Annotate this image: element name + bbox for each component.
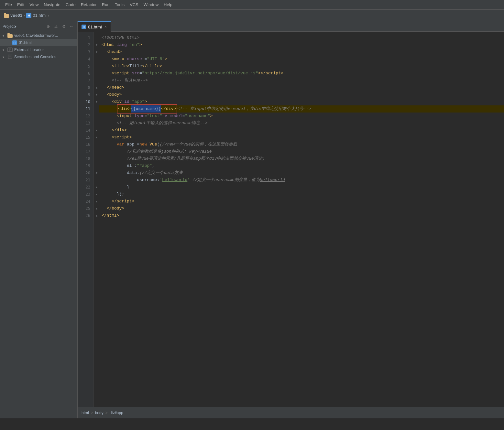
fold-column: ▾ ▾ ▴ ▾ ▾ ▴ ▾ ▾ ▴ ▴: [94, 32, 99, 407]
ext-libs-label: External Libraries: [14, 48, 44, 52]
fold-10[interactable]: ▾: [94, 98, 99, 105]
fold-20[interactable]: ▾: [94, 169, 99, 177]
sidebar-item-scratches[interactable]: ▾ Scratches and Consoles: [0, 53, 77, 60]
tab-01html[interactable]: H 01.html ×: [78, 21, 111, 32]
scratch-icon: [7, 54, 13, 59]
code-text-21b: username:: [137, 177, 159, 184]
code-editor[interactable]: 1 2 3 4 5 6 7 8 9 10 11 12 13 14 15 16 1…: [78, 32, 504, 407]
ln-22: 22: [78, 184, 93, 191]
ln-1: 1: [78, 34, 93, 41]
code-text-16b: var: [117, 141, 124, 148]
sidebar-item-01html[interactable]: H 01.html: [0, 39, 77, 46]
sync-icon[interactable]: ⊕: [45, 23, 51, 30]
menu-run[interactable]: Run: [99, 0, 112, 10]
menu-vcs[interactable]: VCS: [127, 0, 141, 10]
tree-arrow-ext: ▾: [3, 48, 7, 52]
code-text-10a: [102, 98, 112, 105]
folder-icon-vue01: [7, 33, 13, 38]
code-text-5a: [102, 63, 112, 70]
code-line-6: <script src = "https://cdn.jsdelivr.net/…: [99, 70, 504, 77]
code-text-11d: </div>: [161, 105, 176, 113]
menu-window[interactable]: Window: [141, 0, 161, 10]
fold-4: [94, 56, 99, 63]
fold-8[interactable]: ▴: [94, 84, 99, 91]
html-file-icon: H: [12, 40, 17, 45]
fold-1[interactable]: [94, 34, 99, 41]
tree-arrow-scratch: ▾: [3, 55, 7, 59]
tree-arrow-vue01: ▾: [3, 34, 7, 38]
fold-2[interactable]: ▾: [94, 41, 99, 48]
code-line-19: el : "#app" ,: [99, 162, 504, 169]
fold-23[interactable]: ▴: [94, 191, 99, 198]
code-text-4c: charset: [124, 56, 144, 63]
menu-tools[interactable]: Tools: [112, 0, 127, 10]
fold-14[interactable]: ▴: [94, 127, 99, 134]
code-text-15b: <script>: [112, 134, 132, 141]
menu-view[interactable]: View: [27, 0, 41, 10]
ln-8: 8: [78, 84, 93, 91]
code-text-5b: <title>: [112, 63, 129, 70]
sidebar-item-vue01[interactable]: ▾ vue01 C:\webstorm\wor...: [0, 32, 77, 39]
fold-22[interactable]: ▴: [94, 184, 99, 191]
ln-5: 5: [78, 63, 93, 70]
fold-9[interactable]: ▾: [94, 91, 99, 98]
tab-file-icon: H: [82, 25, 86, 29]
fold-12: [94, 113, 99, 120]
sidebar-item-ext-libs[interactable]: ▾ External Libraries: [0, 46, 77, 53]
project-name[interactable]: vue01: [10, 13, 22, 18]
code-text-9a: [102, 91, 107, 98]
fold-16: [94, 141, 99, 148]
fold-26[interactable]: ▴: [94, 212, 99, 219]
code-text-7a: [102, 77, 112, 84]
code-text-13a: [102, 120, 117, 127]
fold-25[interactable]: ▴: [94, 205, 99, 212]
code-text-11b: <div>: [118, 105, 131, 113]
code-content[interactable]: <!DOCTYPE html> <html lang = "en" > <hea…: [99, 32, 504, 407]
code-text-1: <!DOCTYPE html>: [102, 34, 139, 41]
menu-edit[interactable]: Edit: [15, 0, 27, 10]
breadcrumb-html[interactable]: html: [82, 411, 89, 415]
code-text-2a: <html: [102, 41, 114, 48]
code-line-2: <html lang = "en" >: [99, 41, 504, 48]
code-text-16c: app =: [124, 141, 139, 148]
file-name-title[interactable]: 01.html: [33, 13, 47, 18]
project-path: vue01 › H 01.html ›: [4, 13, 50, 18]
code-text-19d: ,: [152, 162, 155, 169]
ln-18: 18: [78, 155, 93, 162]
fold-15[interactable]: ▾: [94, 134, 99, 141]
expand-icon[interactable]: ↔: [68, 23, 75, 30]
code-text-9b: <body>: [107, 91, 122, 98]
ln-16: 16: [78, 141, 93, 148]
breadcrumb-body[interactable]: body: [95, 411, 104, 415]
bottom-bar: html > body > div#app: [78, 407, 504, 418]
menu-help[interactable]: Help: [161, 0, 175, 10]
code-line-20: data: {//定义一个data方法: [99, 169, 504, 177]
ln-7: 7: [78, 77, 93, 84]
ln-4: 4: [78, 56, 93, 63]
menu-refactor[interactable]: Refactor: [78, 0, 99, 10]
code-text-6d: =: [139, 70, 142, 77]
code-text-11c-selected: {{username}}: [131, 105, 161, 113]
code-text-20a: [102, 169, 127, 177]
ln-26: 26: [78, 212, 93, 219]
toggle-icon[interactable]: ⇄: [53, 23, 59, 30]
code-text-21d: //定义一个username的变量，值为helloworld: [190, 177, 285, 184]
settings-icon[interactable]: ⚙: [60, 23, 67, 30]
svg-rect-3: [7, 33, 10, 35]
code-line-25: </body>: [99, 205, 504, 212]
path-chevron-1: ›: [24, 13, 25, 18]
ln-10: 10: [78, 98, 93, 105]
fold-3[interactable]: ▾: [94, 48, 99, 56]
sidebar-title[interactable]: Project▾: [3, 24, 45, 29]
scratches-label: Scratches and Consoles: [14, 55, 56, 59]
code-line-14: </div>: [99, 127, 504, 134]
menu-navigate[interactable]: Navigate: [41, 0, 63, 10]
code-text-6c: src: [129, 70, 139, 77]
ln-20: 20: [78, 169, 93, 177]
menu-file[interactable]: File: [3, 0, 15, 10]
code-text-19c: "#app": [137, 162, 152, 169]
breadcrumb-divapp[interactable]: div#app: [110, 411, 123, 415]
fold-24[interactable]: ▴: [94, 198, 99, 205]
menu-code[interactable]: Code: [63, 0, 78, 10]
tab-close-button[interactable]: ×: [104, 25, 107, 29]
